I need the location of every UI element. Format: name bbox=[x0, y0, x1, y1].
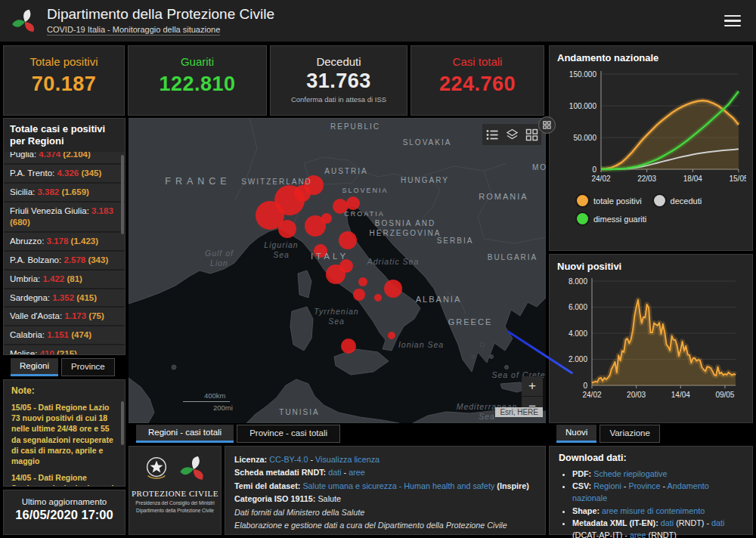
map-toolbar bbox=[482, 124, 541, 145]
tab-regioni[interactable]: Regioni bbox=[11, 358, 58, 376]
tab-province[interactable]: Province bbox=[61, 358, 115, 376]
region-paren: (75) bbox=[88, 311, 104, 320]
map[interactable]: REPUBLICSLOVAKIAAUSTRIAFRANCESWITZERLAND… bbox=[129, 118, 546, 423]
basemap-icon[interactable] bbox=[525, 128, 538, 141]
link[interactable]: Schede riepilogative bbox=[593, 469, 667, 478]
region-name: Abruzzo: bbox=[10, 237, 47, 246]
trend-tabs: Nuovi Variazione bbox=[556, 425, 660, 443]
link[interactable]: aree misure di contenimento bbox=[602, 506, 705, 515]
svg-text:18/04: 18/04 bbox=[683, 175, 702, 183]
legend-item: dimessi guariti bbox=[577, 213, 646, 224]
notes-scrollbar[interactable] bbox=[121, 401, 124, 445]
sea-label: Ligurian Sea bbox=[264, 240, 298, 260]
svg-text:14/04: 14/04 bbox=[671, 391, 690, 399]
region-row[interactable]: Calabria: 1.151 (474) bbox=[4, 326, 125, 345]
country-label: ROMANIA bbox=[479, 192, 528, 203]
text-segment: Temi del dataset: bbox=[234, 481, 302, 490]
license-panel: Licenza: CC-BY-4.0 - Visualizza licenzaS… bbox=[225, 446, 546, 535]
svg-text:8.000: 8.000 bbox=[569, 277, 587, 286]
link[interactable]: Regioni bbox=[593, 481, 621, 490]
link[interactable]: Visualizza licenza bbox=[315, 455, 380, 464]
link[interactable]: dati bbox=[661, 518, 674, 527]
country-label: SLOVENIA bbox=[342, 187, 388, 195]
text-segment: - bbox=[342, 468, 349, 477]
new-positives-title: Nuovi positivi bbox=[557, 261, 745, 272]
svg-text:20/03: 20/03 bbox=[627, 391, 646, 399]
region-row[interactable]: P.A. Bolzano: 2.578 (343) bbox=[4, 252, 125, 271]
text-segment: Salute bbox=[318, 494, 341, 503]
panel-expand-button[interactable] bbox=[538, 116, 556, 134]
link[interactable]: aree bbox=[349, 468, 365, 477]
tab-regioni-casi-totali[interactable]: Regioni - casi totali bbox=[136, 425, 234, 443]
svg-text:6.000: 6.000 bbox=[569, 303, 587, 311]
download-item: PDF: Schede riepilogative bbox=[572, 468, 743, 480]
text-segment: (RNDT) - bbox=[674, 518, 711, 527]
region-value: 1.173 bbox=[64, 311, 88, 320]
link[interactable]: dati bbox=[711, 518, 724, 527]
region-paren: (215) bbox=[57, 349, 77, 355]
svg-text:2.000: 2.000 bbox=[569, 355, 587, 363]
download-list: PDF: Schede riepilogativeCSV: Regioni - … bbox=[559, 468, 743, 538]
license-line: Dati forniti dal Ministero della Salute bbox=[234, 506, 536, 519]
text-segment: Dati forniti dal Ministero della Salute bbox=[234, 508, 364, 517]
tab-province-casi-totali[interactable]: Province - casi totali bbox=[237, 425, 340, 443]
menu-button[interactable] bbox=[721, 9, 745, 33]
region-row[interactable]: Sardegna: 1.352 (415) bbox=[4, 289, 125, 308]
link[interactable]: aree bbox=[630, 530, 646, 538]
svg-text:100.000: 100.000 bbox=[569, 102, 597, 110]
protezione-civile-logo-icon bbox=[11, 7, 39, 36]
new-positives-chart[interactable]: 02.0004.0006.0008.00024/0220/0314/0409/0… bbox=[557, 274, 746, 404]
svg-text:24/02: 24/02 bbox=[582, 391, 601, 399]
country-label: ITALY bbox=[311, 251, 349, 261]
svg-text:150.000: 150.000 bbox=[569, 70, 597, 79]
svg-text:0: 0 bbox=[583, 382, 587, 390]
region-row[interactable]: Abruzzo: 3.178 (1.423) bbox=[4, 233, 125, 252]
svg-text:15/05: 15/05 bbox=[729, 175, 746, 183]
logo-title: PROTEZIONE CIVILE bbox=[129, 489, 221, 498]
logo-panel: PROTEZIONE CIVILE Presidenza del Consigl… bbox=[129, 446, 222, 535]
text-segment: Licenza: bbox=[234, 455, 269, 464]
region-row[interactable]: Umbria: 1.422 (81) bbox=[4, 271, 125, 289]
text-segment: (Inspire) bbox=[494, 481, 529, 490]
layers-icon[interactable] bbox=[506, 128, 519, 141]
text-segment: PDF: bbox=[572, 469, 593, 478]
note-line: 15/05 - Dati Regione Lazio 73 nuovi posi… bbox=[11, 402, 117, 466]
zoom-in-button[interactable]: + bbox=[522, 376, 543, 397]
national-trend-chart[interactable]: 050.000100.000150.00024/0222/0318/0415/0… bbox=[557, 65, 746, 187]
legend-icon[interactable] bbox=[486, 128, 499, 141]
region-paren: (81) bbox=[67, 274, 82, 283]
national-trend-title: Andamento nazionale bbox=[557, 52, 745, 63]
stat-card-guariti: Guariti 122.810 bbox=[128, 45, 267, 116]
link[interactable]: Province bbox=[628, 481, 660, 490]
country-label: AUSTRIA bbox=[324, 167, 367, 177]
country-label: BOSNIA AND HERZEGOVINA bbox=[370, 219, 442, 238]
sea-label: Adriatic Sea bbox=[367, 257, 420, 267]
text-segment: Shape: bbox=[572, 506, 602, 515]
region-paren: (1.423) bbox=[71, 237, 98, 246]
trend-legend: totale positividecedutidimessi guariti bbox=[577, 195, 739, 231]
svg-text:50.000: 50.000 bbox=[573, 134, 596, 142]
region-value: 410 bbox=[40, 349, 57, 355]
app-header: Dipartimento della Protezione Civile COV… bbox=[0, 0, 756, 42]
tab-nuovi[interactable]: Nuovi bbox=[556, 425, 596, 443]
region-row[interactable]: Friuli Venezia Giulia: 3.183 (680) bbox=[4, 203, 125, 233]
region-paren: (415) bbox=[76, 293, 97, 302]
country-label: HUNGARY bbox=[401, 176, 449, 186]
map-attribution: Esri, HERE bbox=[495, 407, 543, 417]
stat-value: 224.760 bbox=[411, 73, 544, 96]
region-row[interactable]: P.A. Trento: 4.326 (345) bbox=[4, 165, 125, 184]
region-row[interactable]: Sicilia: 3.382 (1.659) bbox=[4, 184, 125, 203]
link[interactable]: dati bbox=[328, 468, 341, 477]
regions-tabs: Regioni Province bbox=[11, 358, 115, 376]
text-segment: (DCAT-AP-IT) - bbox=[572, 530, 630, 538]
region-row[interactable]: Valle d'Aosta: 1.173 (75) bbox=[4, 308, 125, 326]
link[interactable]: CC-BY-4.0 bbox=[269, 455, 308, 464]
region-row[interactable]: Molise: 410 (215) bbox=[4, 345, 125, 355]
scale-mi: 200mi bbox=[213, 404, 233, 412]
regions-scrollbar[interactable] bbox=[121, 155, 124, 234]
text-segment: - bbox=[621, 481, 629, 490]
download-item: Shape: aree misure di contenimento bbox=[572, 505, 743, 517]
tab-variazione[interactable]: Variazione bbox=[600, 425, 660, 443]
link[interactable]: Salute umana e sicurezza - Human health … bbox=[302, 481, 494, 490]
sea-label: Tyrrhenian Sea bbox=[314, 307, 358, 326]
